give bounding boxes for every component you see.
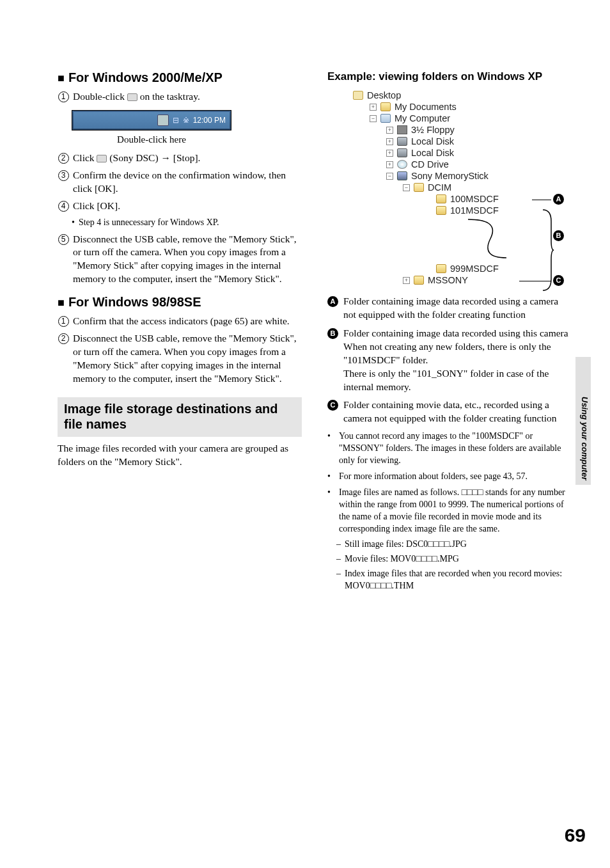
label-B-icon: B [553,230,564,241]
label-B-icon: B [327,328,338,339]
heading-win98: ■For Windows 98/98SE [58,295,302,310]
label-A-icon: A [553,194,564,205]
step-2-text: Click (Sony DSC) → [Stop]. [73,152,302,165]
bullet-2: For more information about folders, see … [339,471,528,483]
step-1-marker: 1 [58,91,69,102]
bullet-3: Image files are named as follows. □□□□ s… [339,487,572,535]
tree-label: My Computer [395,113,450,123]
heading-text: For Windows 2000/Me/XP [68,70,223,84]
heading-text: For Windows 98/98SE [68,295,201,309]
leader-line [519,281,551,281]
dash-icon: – [336,553,341,565]
expand-icon: + [370,104,377,111]
expand-icon: + [403,277,410,284]
expand-icon: + [386,161,393,168]
section-box-title: Image file storage destinations and file… [64,401,295,432]
cd-drive-icon [397,160,407,169]
heading-win2000: ■For Windows 2000/Me/XP [58,70,302,85]
tree-label: Desktop [367,90,401,100]
tasktray-caption: Double-click here [72,134,231,145]
disk-icon [397,137,407,146]
computer-icon [380,114,391,123]
tray-icon-3: ※ [183,116,189,125]
folder-icon [414,276,424,285]
step-3-marker: 3 [58,170,69,181]
sony-dsc-icon [97,155,107,162]
step-1-text: Double-click on the tasktray. [73,90,302,104]
tree-label: Local Disk [411,136,454,146]
tree-label: 999MSDCF [450,264,499,274]
bullet-dot-icon: • [327,430,334,467]
label-C-icon: C [553,275,564,286]
step-4-note: Step 4 is unnecessary for Windows XP. [79,217,219,229]
tree-label: Local Disk [411,148,454,158]
step-5-marker: 5 [58,234,69,245]
folder-open-icon [414,183,424,192]
ellipsis-curve-icon [462,216,513,261]
tree-label: My Documents [395,102,457,112]
leader-line [532,200,551,200]
w98-step-1-marker: 1 [58,316,69,327]
step-4-text: Click [OK]. [73,200,302,213]
folder-tree-screenshot: Desktop +My Documents −My Computer +3½ F… [353,90,545,286]
section-box: Image file storage destinations and file… [58,397,302,437]
bullet-dot-icon: • [327,487,334,535]
tree-label: 100MSDCF [450,194,499,204]
section-intro: The image files recorded with your camer… [58,442,302,469]
desc-C: Folder containing movie data, etc., reco… [343,398,572,425]
collapse-icon: − [386,173,393,180]
dash-icon: – [336,568,341,592]
filename-index: Index image files that are recorded when… [345,568,572,592]
tray-usb-icon [157,114,169,126]
floppy-icon [397,125,407,134]
page-number: 69 [565,825,586,846]
square-bullet-icon: ■ [58,72,65,84]
step-3-text: Confirm the device on the confirmation w… [73,169,302,196]
arrow-right-icon: → [160,152,173,163]
filename-still: Still image files: DSC0□□□□.JPG [345,539,467,551]
dash-icon: – [336,539,341,551]
tray-clock: 12:00 PM [193,116,226,125]
folder-icon [436,194,446,203]
example-heading: Example: viewing folders on Windows XP [327,70,572,83]
folder-icon [436,264,446,273]
bullet-dot-icon: • [72,217,75,229]
tree-label: MSSONY [428,275,468,285]
w98-step-2-marker: 2 [58,333,69,344]
step-4-marker: 4 [58,201,69,212]
label-C-icon: C [327,400,338,411]
desktop-icon [353,91,363,100]
memorystick-icon [397,171,407,180]
tree-label: 3½ Floppy [411,125,455,135]
label-A-icon: A [327,296,338,307]
bullet-dot-icon: • [327,471,334,483]
tree-label: 101MSDCF [450,205,499,216]
w98-step-2-text: Disconnect the USB cable, remove the "Me… [73,332,302,386]
folder-icon [380,102,391,111]
step-2-marker: 2 [58,153,69,164]
bullet-1: You cannot record any images to the "100… [339,430,572,467]
collapse-icon: − [370,115,377,122]
tasktray-screenshot: ⊟ ※ 12:00 PM [72,110,231,130]
filename-movie: Movie files: MOV0□□□□.MPG [345,553,459,565]
unplug-hardware-icon [127,93,137,101]
folder-icon [436,206,446,215]
disk-icon [397,148,407,157]
w98-step-1-text: Confirm that the access indicators (page… [73,315,302,328]
tray-icon-2: ⊟ [173,116,179,125]
expand-icon: + [386,150,393,157]
collapse-icon: − [403,184,410,191]
desc-B: Folder containing image data recorded us… [343,327,572,394]
tree-label: Sony MemoryStick [411,171,489,181]
expand-icon: + [386,127,393,134]
step-5-text: Disconnect the USB cable, remove the "Me… [73,233,302,287]
tree-label: CD Drive [411,159,449,170]
expand-icon: + [386,138,393,145]
tree-label: DCIM [428,182,451,193]
desc-A: Folder containing image data recorded us… [343,295,572,322]
side-tab-label: Using your computer [580,397,590,480]
square-bullet-icon: ■ [58,296,65,309]
